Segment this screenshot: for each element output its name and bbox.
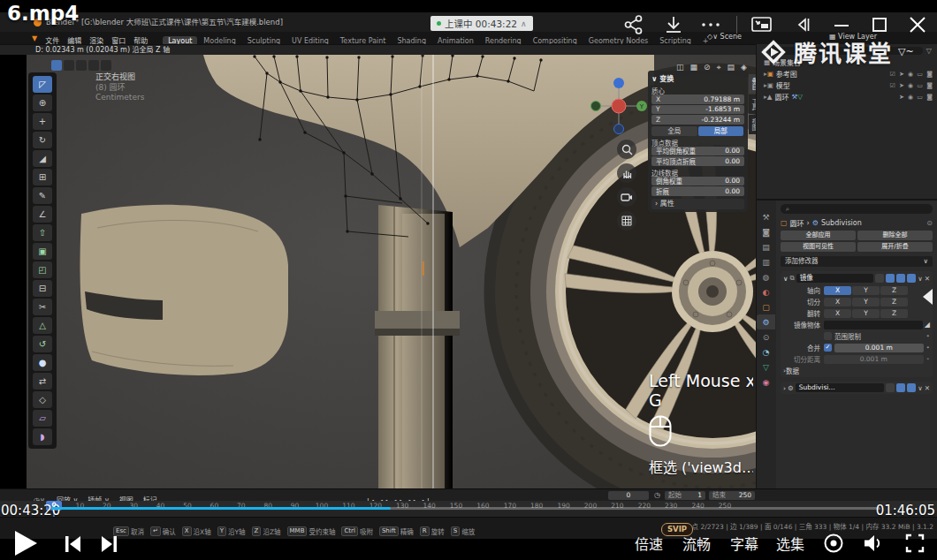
gizmo-neg-y-axis[interactable] [591, 102, 601, 111]
collapse-chevron-icon[interactable]: ∨ [783, 275, 788, 283]
fullscreen-icon[interactable] [903, 532, 926, 558]
global-button[interactable]: 全局 [651, 126, 697, 136]
render-toggle-icon[interactable] [896, 274, 905, 283]
modifier-tool-全部应用[interactable]: 全部应用 [781, 231, 856, 240]
merge-threshold-field[interactable]: 0.001 m [834, 344, 924, 352]
measure-tool[interactable]: ∠ [33, 206, 52, 223]
cage-toggle-icon[interactable] [907, 274, 916, 283]
row-toggle-icons[interactable]: ☑ ➤ ◉ ▭ ◙ [889, 82, 937, 89]
realtime-toggle-icon[interactable] [886, 274, 895, 283]
rip-region-tool[interactable]: ◗ [33, 428, 52, 446]
more-icon[interactable] [697, 11, 725, 38]
outliner-row-圆环[interactable]: ▸▲圆环⚒▽➤ ◉ ▭ ◙ [757, 91, 937, 102]
edit-mode-toggle-icon[interactable] [875, 274, 884, 283]
minimize-icon[interactable] [827, 11, 856, 38]
extrude-tool[interactable]: ⇧ [33, 224, 52, 242]
close-icon[interactable] [903, 11, 932, 38]
bisect-distance-field[interactable]: 0.001 m [824, 355, 924, 364]
zoom-icon[interactable] [617, 140, 636, 159]
frame-start-field[interactable]: 起始1 [665, 491, 705, 500]
next-episode-button[interactable] [99, 534, 120, 558]
eyedropper-icon[interactable]: ◢ [925, 321, 930, 329]
row-toggle-icons[interactable]: ➤ ◉ ▭ ◙ [899, 94, 937, 101]
progress-bar[interactable] [51, 507, 880, 510]
轴向-Y-button[interactable]: Y [852, 286, 880, 295]
properties-tab-object[interactable]: ▢ [757, 299, 775, 314]
n-panel-tab-工具[interactable]: 工具 [749, 95, 756, 114]
volume-icon[interactable] [861, 532, 886, 558]
extras-chevron-icon[interactable]: ∨ [918, 275, 923, 283]
properties-tab-material[interactable]: ◉ [757, 375, 775, 390]
download-icon[interactable] [659, 11, 688, 38]
properties-tab-render[interactable]: ◙ [757, 224, 775, 239]
mode-extra-icon-2[interactable] [101, 60, 111, 71]
3d-viewport[interactable]: ◫▦⊘⌖▤◈ ◸⊕+↻◢⊞✎∠⇧▣◰⊟✂△↺●⇄◇▱◗ 正交右视图 (8) 圆环… [27, 55, 756, 488]
切分-X-button[interactable]: X [824, 298, 851, 306]
dock-window-icon[interactable] [788, 11, 817, 38]
maximize-icon[interactable] [865, 11, 894, 38]
properties-tab-modifiers[interactable]: ⚙ [757, 314, 775, 329]
spin-tool[interactable]: ↺ [33, 336, 52, 353]
row-toggle-icons[interactable]: ☑ ➤ ◉ ▭ ◙ [889, 71, 937, 78]
merge-checkbox[interactable]: ✓ [824, 344, 832, 352]
add-modifier-button[interactable]: 添加修改器∨ [781, 256, 933, 267]
properties-tab-physics[interactable]: ◔ [757, 344, 775, 359]
side-panel-toggle[interactable] [923, 289, 933, 305]
properties-tab-scene[interactable]: ◍ [757, 269, 775, 284]
value-field[interactable]: 平均顶点折痕0.00 [651, 156, 744, 166]
gizmo-x-axis[interactable] [612, 99, 626, 113]
inset-faces-tool[interactable]: ▣ [33, 243, 52, 261]
play-button[interactable] [15, 531, 37, 556]
properties-tab-particles[interactable]: ⊙ [757, 329, 775, 344]
camera-view-icon[interactable] [617, 187, 636, 207]
outliner-row-参考图[interactable]: ▸▣参考图☑ ➤ ◉ ▭ ◙ [757, 68, 937, 79]
切分-Z-button[interactable]: Z [880, 298, 908, 306]
current-frame-field[interactable]: 0 [608, 491, 649, 500]
attributes-section[interactable]: › 属性 [651, 199, 744, 209]
clipping-checkbox[interactable] [824, 332, 832, 340]
prev-episode-button[interactable] [62, 534, 83, 558]
bevel-tool[interactable]: ◰ [33, 261, 52, 279]
realtime-toggle-icon[interactable] [896, 383, 905, 392]
modifier-tool-删除全部[interactable]: 删除全部 [857, 231, 933, 240]
轴向-Z-button[interactable]: Z [880, 286, 908, 295]
n-panel-tab-条目[interactable]: 条目 [749, 74, 756, 94]
share-icon[interactable] [620, 11, 648, 38]
rotate-tool[interactable]: ↻ [33, 132, 52, 149]
vertex-slide-tool[interactable]: ◇ [33, 391, 52, 409]
smooth-tool[interactable]: ● [33, 354, 52, 372]
切分-Y-button[interactable]: Y [852, 298, 880, 306]
blender-menu-logo-icon[interactable]: ▼ [32, 34, 37, 42]
gizmo-z-axis[interactable] [613, 78, 624, 88]
ortho-toggle-icon[interactable] [617, 211, 636, 231]
svip-badge[interactable]: SVIP [661, 523, 693, 536]
n-panel-tab-视图[interactable]: 视图 [749, 115, 756, 134]
knife-tool[interactable]: ✂ [33, 299, 52, 316]
speed-button[interactable]: 倍速 [635, 533, 663, 554]
value-field[interactable]: 倒角权重0.00 [651, 177, 744, 186]
render-toggle-icon[interactable] [907, 383, 916, 392]
poly-build-tool[interactable]: △ [33, 317, 52, 335]
picture-in-picture-icon[interactable] [748, 11, 776, 38]
gizmo-neg-z-axis[interactable] [614, 125, 624, 134]
mirror-object-field[interactable] [824, 321, 923, 329]
cursor-tool[interactable]: ⊕ [33, 95, 52, 112]
mode-extra-icon-1[interactable] [88, 60, 99, 71]
pin-icon[interactable]: ⊙ [926, 219, 933, 227]
翻转-X-button[interactable]: X [824, 309, 851, 318]
expand-chevron-icon[interactable]: › [783, 384, 786, 392]
close-modifier-icon[interactable]: ✕ [925, 275, 930, 283]
outliner-row-模型[interactable]: ▸▣模型☑ ➤ ◉ ▭ ◙ [757, 79, 937, 91]
record-icon[interactable] [822, 532, 845, 558]
modifier-name-field[interactable]: 镜像 [796, 274, 873, 283]
modifier-name-field[interactable]: Subdivisi... [796, 383, 884, 392]
collapse-chevron-icon[interactable]: ∨ [651, 75, 659, 83]
median-z-field[interactable]: Z-0.23244 m [651, 115, 744, 125]
shear-tool[interactable]: ▱ [33, 410, 52, 428]
select-box-tool[interactable]: ◸ [33, 76, 52, 94]
翻转-Z-button[interactable]: Z [880, 309, 908, 318]
modifier-tool-视图可见性[interactable]: 视图可见性 [781, 242, 856, 252]
transform-tool[interactable]: ⊞ [33, 169, 52, 186]
value-field[interactable]: 折痕0.00 [651, 186, 744, 196]
edit-mode-toggle-icon[interactable] [886, 383, 895, 392]
